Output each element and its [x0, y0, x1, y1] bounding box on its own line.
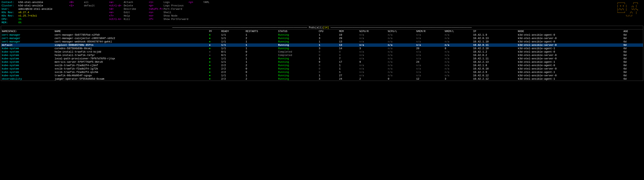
cell-restarts: 0 [245, 67, 277, 71]
shortcut-key-empty2 [69, 11, 83, 14]
col-header-age: AGE [623, 30, 643, 33]
cell-memL: n/a [444, 67, 472, 71]
shortcut-group-3b: <d> Describe [109, 8, 149, 11]
cell-memR: 20 [416, 47, 444, 50]
cell-node: k3d-otel-ansible-agent-1 [517, 60, 623, 64]
table-row[interactable]: cert-manager cert-manager-5b97785fbd-n2f… [1, 33, 643, 37]
shortcut-key-1: <1> [69, 4, 83, 7]
cell-status: Running [277, 60, 318, 64]
cell-age: 6d [623, 64, 643, 67]
cell-memR: n/a [416, 33, 444, 37]
cpu-value: 1% [18, 18, 22, 21]
shortcut-row-5: <?> Help <n> Show Node [69, 14, 617, 17]
cell-ip: 10.42.0.11 [472, 43, 517, 47]
cell-cpuL: n/a [387, 57, 416, 60]
shortcut-row-1: <0> all <a> Attach <l> Logs <y> YAML [69, 1, 617, 4]
cell-memR: n/a [416, 50, 444, 54]
cell-memR: n/a [416, 71, 444, 74]
table-row[interactable]: default simplest-598b85769b-45ftn ● 1/1 … [1, 43, 643, 47]
cell-cpuR: 2 [358, 77, 387, 81]
cell-age: 6d [623, 33, 643, 37]
cell-cpuL: n/a [387, 50, 416, 54]
shortcut-action-p: Logs Previous [164, 4, 187, 7]
shortcut-key-empty4 [69, 18, 83, 21]
k9s-rev-value: v0.27.4 [18, 11, 29, 14]
cell-ready: 1/1 [220, 33, 245, 37]
cell-mem: 17 [338, 60, 358, 64]
table-row[interactable]: kube-system coredns-597584b69b-8ksmj ● 1… [1, 47, 643, 50]
cell-cpuR: n/a [358, 64, 387, 67]
col-header-memR: %MEM/R [416, 30, 444, 33]
shortcut-action-empty1 [84, 8, 108, 11]
shortcut-group-2b: <ctrl-d> Delete [109, 4, 149, 7]
cell-restarts: 0 [245, 50, 277, 54]
cell-namespace: kube-system [1, 50, 54, 54]
table-row[interactable]: observability jaeger-operator-5f554d485d… [1, 77, 643, 81]
cell-name: svclb-traefik-f2adb2f4-cjbnf [54, 64, 208, 67]
cell-restarts: 1 [245, 60, 277, 64]
shortcut-action-d: Describe [124, 8, 148, 11]
k8s-rev-value: v1.25.7+k3s1 [18, 14, 37, 17]
cell-cpuL: n/a [387, 60, 416, 64]
table-row[interactable]: kube-system traefik-66c46d954f-sgsgv ● 1… [1, 74, 643, 77]
shortcut-key-s: <s> [149, 11, 163, 14]
cell-ip: 10.42.0.12 [472, 74, 517, 77]
table-row[interactable]: kube-system svclb-traefik-f2adb2f4-qlchm… [1, 71, 643, 74]
cell-node: k3d-otel-ansible-server-0 [517, 54, 623, 57]
col-header-cpu: CPU [318, 30, 338, 33]
shortcut-group-2c: <p> Logs Previous [149, 4, 188, 7]
cell-node: k3d-otel-ansible-server-0 [517, 37, 623, 40]
table-row[interactable]: kube-system helm-install-traefik-tkfpr ●… [1, 54, 643, 57]
cell-pf: ● [208, 67, 220, 71]
k9s-logo: ┌────┐ ┌──┐│ < > │ ┌┐ ││/\/\ │ └┘/└┐└───… [617, 1, 642, 24]
shortcut-group-6a [69, 18, 109, 21]
table-row[interactable]: cert-manager cert-manager-webhook-856467… [1, 40, 643, 43]
cell-age: 6d [623, 67, 643, 71]
cell-ip: 10.42.0.2 [472, 54, 517, 57]
table-row[interactable]: kube-system svclb-traefik-f2adb2f4-cjbnf… [1, 64, 643, 67]
context-row: Context: k3d-otel-ansible [2, 1, 65, 4]
cell-ready: 1/1 [220, 60, 245, 64]
cell-memL: n/a [444, 50, 472, 54]
shortcut-group-1b: <l> Logs [149, 1, 188, 4]
shortcut-key-empty1 [69, 8, 83, 11]
cell-memR: n/a [416, 67, 444, 71]
cell-pf: ● [208, 60, 220, 64]
shortcut-group-6c: <f> Show PortForward [149, 18, 188, 21]
table-row[interactable]: kube-system svclb-traefik-f2adb2f4-lg72k… [1, 67, 643, 71]
shortcut-key-e: <e> [109, 11, 123, 14]
shortcut-action-ctrlk: Kill [124, 18, 148, 21]
shortcut-action-y: YAML [203, 1, 227, 4]
col-header-status: STATUS [277, 30, 318, 33]
cell-restarts: 0 [245, 71, 277, 74]
cell-restarts: 1 [245, 47, 277, 50]
cell-memL: n/a [444, 37, 472, 40]
cell-node: k3d-otel-ansible-server-0 [517, 43, 623, 47]
cell-namespace: cert-manager [1, 40, 54, 43]
cell-status: Running [277, 40, 318, 43]
cell-status: Running [277, 43, 318, 47]
cell-ready: 1/1 [220, 43, 245, 47]
cell-node: k3d-otel-ansible-server-0 [517, 57, 623, 60]
shortcut-key-f: <f> [149, 18, 163, 21]
cell-name: jaeger-operator-5f554d485d-6sswm [54, 77, 208, 81]
col-header-restarts: RESTARTS [245, 30, 277, 33]
cell-ready: 1/1 [220, 74, 245, 77]
cell-age: 6d [623, 54, 643, 57]
cell-namespace: kube-system [1, 47, 54, 50]
cell-status: Running [277, 47, 318, 50]
table-row[interactable]: kube-system metrics-server-5f9f776df5-9b… [1, 60, 643, 64]
cell-mem: 13 [338, 43, 358, 47]
shortcut-action-shiftf: Port-Forward [164, 8, 187, 11]
table-row[interactable]: cert-manager cert-manager-cainjector-c86… [1, 37, 643, 40]
table-row[interactable]: kube-system helm-install-traefik-crd-kcj… [1, 50, 643, 54]
cell-status: Running [277, 67, 318, 71]
cell-age: 6d [623, 47, 643, 50]
cell-status: Running [277, 64, 318, 67]
table-row[interactable]: kube-system local-path-provisioner-79f67… [1, 57, 643, 60]
cell-cpuR: n/a [358, 71, 387, 74]
cell-restarts: 1 [245, 43, 277, 47]
cell-age: 6d [623, 40, 643, 43]
k8s-rev-row: K8s Rev: v1.25.7+k3s1 [2, 14, 65, 17]
cell-memR: n/a [416, 57, 444, 60]
